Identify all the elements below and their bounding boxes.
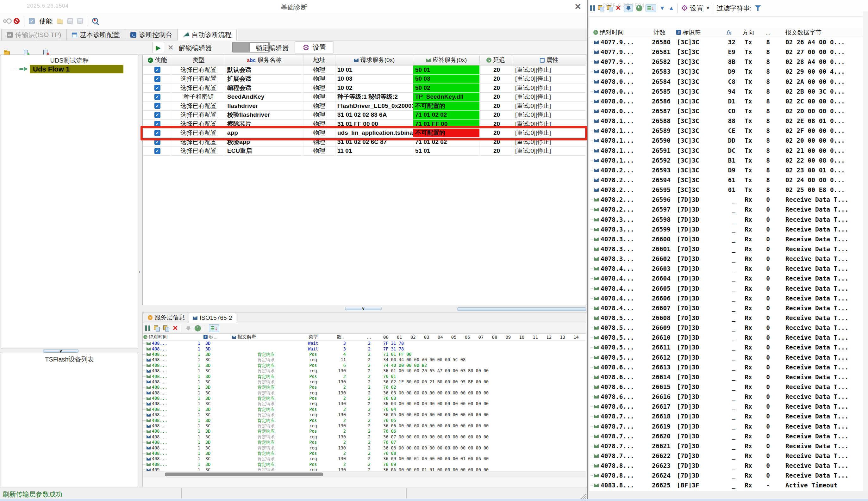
col-header-interp[interactable]: 报文解释 [232,334,300,340]
col-header-request[interactable]: 请求服务(0x) [336,55,413,65]
iso-row-4[interactable]: 408...13D肯定响应Pos6274 40 00 00 00 82 [143,363,586,368]
save-icon[interactable] [67,18,73,24]
iso-row-2[interactable]: 408...13D肯定响应Pos4271 01 FF 00 [143,352,586,357]
trace-row-26580[interactable]: 4077.9...26580[3C]3C32Tx802 26 A4 00 0..… [589,37,863,47]
copy-icon[interactable] [598,6,604,11]
service-row-SeedAndKey[interactable]: ✓种子和密钥SeedAndKey物理种子等级:1 秘钥等级:2TP_SeednK… [143,93,586,102]
trace-row-26607[interactable]: 4078.4...26607[7D]3D_Rx0Receive Data T..… [589,303,863,313]
iso-row-6[interactable]: 408...13D肯定响应Pos2276 01 [143,374,586,379]
trace-row-26582[interactable]: 4077.9...26582[3C]3C8BTx802 28 A4 00 0..… [589,57,863,67]
trace-row-26583[interactable]: 4078.0...26583[3C]3CD9Tx802 29 00 00 4..… [589,67,863,76]
copy-list-icon[interactable] [163,326,169,331]
trace-row-26604[interactable]: 4078.4...26604[7D]3D_Rx0Receive Data T..… [589,274,863,284]
close-icon[interactable]: ✕ [574,2,581,12]
col-header-bytes[interactable]: 000102030405060708091011121314 [383,334,586,340]
clock-icon[interactable] [194,325,201,331]
col-header-enable[interactable]: ✓ 使能 [143,55,172,65]
row-checkbox[interactable]: ✓ [155,94,160,100]
trace-row-26598[interactable]: 4078.3...26598[7D]3D_Rx0Receive Data T..… [589,215,863,225]
row-checkbox[interactable]: ✓ [155,130,160,136]
add-flow-icon[interactable] [24,50,28,55]
trace-row-26606[interactable]: 4078.4...26606[7D]3D_Rx0Receive Data T..… [589,294,863,303]
col-header-delay[interactable]: 延迟 [480,55,512,65]
iso-row-18[interactable]: 408...13D肯定响应Pos2276 07 [143,440,586,445]
trace-row-26603[interactable]: 4078.4...26603[7D]3D_Rx0Receive Data T..… [589,264,863,274]
col-header-id[interactable]: # 标... [203,334,232,340]
trace-row-26605[interactable]: 4078.4...26605[7D]3D_Rx0Receive Data T..… [589,284,863,294]
trace-row-26588[interactable]: 4078.1...26588[3C]3C88Tx802 2E 08 01 0..… [589,116,863,126]
row-checkbox[interactable]: ✓ [155,85,160,91]
pause-icon[interactable] [145,326,150,331]
iso-row-5[interactable]: 408...13C肯定请求req130236 01 00 40 00 20 65… [143,368,586,374]
col-header-addr[interactable]: 地址 [304,55,336,65]
trace-row-26602[interactable]: 4078.3...26602[7D]3D_Rx0Receive Data T..… [589,254,863,264]
col-header-count[interactable]: 计数 [646,28,674,37]
service-row-扩展会话[interactable]: ✓选择已有配置扩展会话物理10 0350 0320[重试:0][停止] [143,75,586,84]
autoscroll-toggle-icon[interactable]: ↓ [646,4,656,12]
trace-row-26621[interactable]: 4078.7...26621[7D]3D_Rx0Receive Data T..… [589,441,863,451]
trace-row-26614[interactable]: 4078.6...26614[7D]3D_Rx0Receive Data T..… [589,372,863,382]
trace-row-26597[interactable]: 4078.2...26597[7D]3D_Rx0Receive Data T..… [589,205,863,214]
connect-icon[interactable] [3,19,7,23]
iso-row-13[interactable]: 408...13C肯定请求req130236 05 00 00 00 00 00… [143,412,586,417]
trace-row-26601[interactable]: 4078.3...26601[7D]3D_Rx0Receive Data T..… [589,244,863,254]
col-header-type[interactable]: 类型 [300,334,326,340]
save-as-icon[interactable] [77,18,83,24]
service-row-ECU重启[interactable]: ✓选择已有配置ECU重启物理11 0151 0120[重试:0][停止] [143,147,586,156]
trace-row-26610[interactable]: 4078.5...26610[7D]3D_Rx0Receive Data T..… [589,333,863,342]
row-checkbox[interactable]: ✓ [155,112,160,118]
iso-row-23[interactable]: 409...13C肯定请求req130236 0A 00 00 00 01 01… [143,467,586,471]
clock-icon[interactable] [636,5,642,11]
service-row-编程会话[interactable]: ✓选择已有配置编程会话物理10 0250 0220[重试:0][停止] [143,84,586,93]
trace-row-26618[interactable]: 4078.7...26618[7D]3D_Rx0Receive Data T..… [589,412,863,421]
col-header-dots[interactable]: ... [355,334,383,340]
row-checkbox[interactable]: ✓ [155,67,160,73]
pause-icon[interactable] [590,6,595,11]
clear-icon[interactable]: × [173,324,178,332]
trace-row-26617[interactable]: 4078.6...26617[7D]3D_Rx0Receive Data T..… [589,402,863,412]
col-header-attr[interactable]: ▦ 属性 [512,55,586,65]
table-collapse-button[interactable]: ∨ [345,307,382,310]
copy-icon[interactable] [154,326,159,331]
filter-funnel-icon[interactable] [755,6,761,11]
col-header-abs-time[interactable]: 绝对时间 [143,334,187,340]
enable-checkbox[interactable]: ✓ [29,18,35,24]
iso-row-15[interactable]: 408...13C肯定请求req130236 06 00 00 00 00 00… [143,423,586,429]
trace-row-26615[interactable]: 4078.6...26615[7D]3D_Rx0Receive Data T..… [589,382,863,392]
trace-row-26589[interactable]: 4078.1...26589[3C]3CCETx802 2F 00 00 0..… [589,126,863,136]
iso-row-9[interactable]: 408...13C肯定请求req130236 03 00 00 00 00 00… [143,390,586,396]
trace-row-26591[interactable]: 4078.1...26591[3C]3CDCTx802 21 00 00 0..… [589,146,863,156]
service-row-校验app[interactable]: ✓选择已有配置校验app物理31 01 02 02 6C 8771 01 02 … [143,138,586,147]
trace-row-26612[interactable]: 4078.5...26612[7D]3D_Rx0Receive Data T..… [589,353,863,362]
iso-row-3[interactable]: 408...13C肯定请求req11234 00 44 00 00 A0 00 … [143,357,586,362]
scroll-down-icon[interactable] [186,326,191,331]
iso-row-0[interactable]: 408...13DWait327F 31 78 [143,341,586,346]
trace-row-26590[interactable]: 4078.1...26590[3C]3CDDTx802 20 00 00 0..… [589,136,863,146]
sort-desc-icon[interactable]: ▼ [659,5,665,11]
trace-row-26616[interactable]: 4078.6...26616[7D]3D_Rx0Receive Data T..… [589,392,863,402]
trace-row-26620[interactable]: 4078.7...26620[7D]3D_Rx0Receive Data T..… [589,431,863,441]
col-header-dlc[interactable]: ... [758,28,778,37]
trace-row-26585[interactable]: 4078.0...26585[3C]3C94Tx802 2B 00 3C 0..… [589,87,863,96]
tab-service-layer-info[interactable]: ∨ 服务层信息 [144,312,189,323]
trace-row-26613[interactable]: 4078.6...26613[7D]3D_Rx0Receive Data T..… [589,362,863,372]
sort-asc-icon[interactable]: ▲ [668,5,674,11]
trace-row-26609[interactable]: 4078.5...26609[7D]3D_Rx0Receive Data T..… [589,323,863,333]
trace-row-26592[interactable]: 4078.1...26592[3C]3CB1Tx802 22 00 08 0..… [589,156,863,166]
stop-flow-icon[interactable]: ✕ [168,44,173,51]
col-header-data-bytes[interactable]: 报文数据字节 [778,28,863,37]
iso-row-1[interactable]: 408...13DWait327F 31 78 [143,346,586,351]
col-header-name[interactable]: abc 服务名称 [225,55,304,65]
trace-row-26624[interactable]: 4078.8...26624[7D]3D_Rx0Receive Data T..… [589,471,863,480]
iso-row-7[interactable]: 408...13C肯定请求req130236 02 1F B0 00 00 21… [143,379,586,385]
col-header-fx[interactable]: fx [719,28,739,37]
trace-row-26594[interactable]: 4078.2...26594[3C]3C61Tx802 24 00 00 0..… [589,175,863,185]
panel-collapse-icon[interactable]: ‹ [139,269,140,274]
sidebar-collapse-button[interactable]: ∨ [43,349,78,353]
iso-row-20[interactable]: 408...13D肯定响应Pos2276 08 [143,451,586,456]
row-checkbox[interactable]: ✓ [155,121,160,127]
service-row-擦除芯片[interactable]: ✓选择已有配置擦除芯片物理31 01 FF 00 0071 01 FF 0020… [143,119,586,129]
debug-search-icon[interactable] [92,18,99,25]
service-row-默认会话[interactable]: ✓选择已有配置默认会话物理10 0150 0120[重试:0][停止] [143,65,586,75]
iso-row-8[interactable]: 408...13D肯定响应Pos2276 02 [143,385,586,390]
